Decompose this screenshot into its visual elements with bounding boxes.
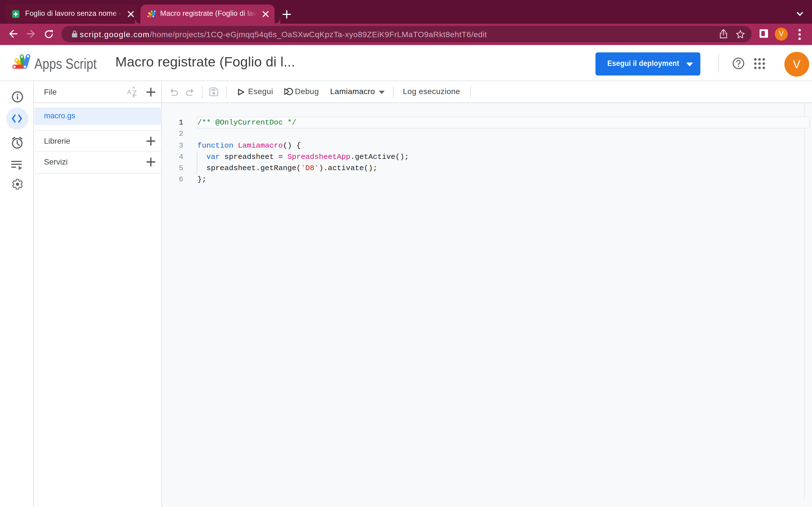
svg-text:A: A bbox=[127, 89, 132, 96]
